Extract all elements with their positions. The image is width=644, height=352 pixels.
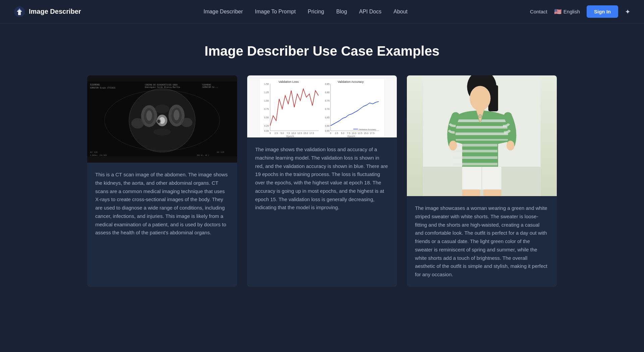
signin-button[interactable]: Sign In <box>587 5 618 18</box>
svg-text:CENTRO DE DIAGNOSTICOS GNSA: CENTRO DE DIAGNOSTICOS GNSA <box>145 83 178 86</box>
svg-text:0.00: 0.00 <box>264 130 269 132</box>
svg-text:1.00: 1.00 <box>264 100 269 102</box>
svg-point-76 <box>479 115 482 118</box>
svg-text:0.85: 0.85 <box>325 83 329 85</box>
svg-point-82 <box>507 141 515 151</box>
svg-text:300 Wl. 40 C: 300 Wl. 40 C <box>197 154 209 156</box>
svg-text:0.70: 0.70 <box>325 108 329 110</box>
svg-text:17.5: 17.5 <box>370 132 374 134</box>
svg-text:7.5: 7.5 <box>286 132 290 134</box>
svg-point-13 <box>146 110 152 121</box>
svg-rect-80 <box>484 190 502 196</box>
svg-text:SIEMENS: SIEMENS <box>203 83 211 86</box>
svg-text:0.60: 0.60 <box>325 125 329 127</box>
svg-text:Dominguez Yerdn Blanca Martha: Dominguez Yerdn Blanca Martha <box>145 86 180 89</box>
svg-point-21 <box>155 105 169 113</box>
svg-point-22 <box>154 128 171 135</box>
svg-text:1.25: 1.25 <box>264 91 269 94</box>
nav-link-blog[interactable]: Blog <box>336 9 347 15</box>
theme-toggle-button[interactable]: ✦ <box>625 8 631 16</box>
language-selector[interactable]: 🇺🇸 English <box>554 8 580 15</box>
svg-text:5.0: 5.0 <box>280 132 284 134</box>
svg-text:7.5: 7.5 <box>347 132 350 134</box>
nav-link-pricing[interactable]: Pricing <box>308 9 324 15</box>
svg-text:1.50: 1.50 <box>264 83 269 85</box>
fashion-image <box>407 75 557 196</box>
svg-point-18 <box>157 120 160 123</box>
svg-text:Validation Accuracy: Validation Accuracy <box>337 80 364 83</box>
nav-link-image-describer[interactable]: Image Describer <box>204 9 243 15</box>
svg-text:0.80: 0.80 <box>325 91 329 94</box>
svg-text:2.5: 2.5 <box>274 132 278 134</box>
svg-text:17.5: 17.5 <box>309 132 314 134</box>
svg-text:15.0: 15.0 <box>303 132 308 134</box>
card-ct-scan-text: This is a CT scan image of the abdomen. … <box>87 163 237 245</box>
card-ml-chart: Validation Loss 1.50 1.25 1.00 0.75 0.50… <box>247 75 397 287</box>
svg-text:0: 0 <box>330 132 331 134</box>
card-ct-scan: SIEMENS SOMATOM Scope CT51631 CENTRO DE … <box>87 75 237 287</box>
svg-text:kV 110: kV 110 <box>217 151 224 153</box>
logo-icon <box>13 6 25 18</box>
svg-text:2.5: 2.5 <box>335 132 338 134</box>
svg-text:0.75: 0.75 <box>264 108 269 110</box>
ml-chart-container: Validation Loss 1.50 1.25 1.00 0.75 0.50… <box>247 75 397 137</box>
svg-text:0: 0 <box>269 132 271 134</box>
contact-link[interactable]: Contact <box>530 9 547 14</box>
ct-scan-image: SIEMENS SOMATOM Scope CT51631 CENTRO DE … <box>87 75 237 163</box>
svg-point-20 <box>181 118 192 127</box>
svg-text:10.0: 10.0 <box>291 132 296 134</box>
svg-rect-79 <box>462 190 480 196</box>
nav-link-image-to-prompt[interactable]: Image To Prompt <box>255 9 296 15</box>
brand-name: Image Describer <box>29 8 81 15</box>
svg-text:12.5: 12.5 <box>297 132 302 134</box>
svg-text:Validation Accuracy: Validation Accuracy <box>359 128 376 130</box>
svg-text:0.50: 0.50 <box>264 116 269 119</box>
main-content: Image Describer Use Case Examples SIEMEN… <box>0 23 644 307</box>
card-fashion: The image showcases a woman wearing a gr… <box>407 75 557 287</box>
svg-point-19 <box>131 118 144 128</box>
svg-text:0.75: 0.75 <box>325 100 329 102</box>
flag-icon: 🇺🇸 <box>554 8 561 15</box>
svg-text:15.0: 15.0 <box>364 132 368 134</box>
svg-text:5.0: 5.0 <box>341 132 344 134</box>
language-label: English <box>564 9 580 14</box>
svg-text:10.0: 10.0 <box>352 132 356 134</box>
svg-point-81 <box>449 141 457 151</box>
nav-brand-group: Image Describer <box>13 6 81 18</box>
svg-text:12.5: 12.5 <box>358 132 362 134</box>
nav-actions: Contact 🇺🇸 English Sign In ✦ <box>530 5 631 18</box>
svg-text:kV 110: kV 110 <box>90 151 98 153</box>
nav-link-about[interactable]: About <box>393 9 408 15</box>
svg-text:SOMATOM Scope CT51631: SOMATOM Scope CT51631 <box>90 86 116 89</box>
svg-text:SOMATOM Sc...: SOMATOM Sc... <box>203 86 218 88</box>
svg-text:0.25: 0.25 <box>264 125 269 127</box>
svg-text:Epoch: Epoch <box>286 135 294 137</box>
svg-text:0.65: 0.65 <box>325 116 329 119</box>
svg-point-16 <box>174 110 179 120</box>
card-fashion-text: The image showcases a woman wearing a gr… <box>407 196 557 287</box>
svg-text:SIEMENS: SIEMENS <box>90 83 100 86</box>
cards-grid: SIEMENS SOMATOM Scope CT51631 CENTRO DE … <box>87 75 557 287</box>
svg-text:Validation Loss: Validation Loss <box>278 80 299 83</box>
svg-point-74 <box>470 86 491 111</box>
svg-text:2.000ms: CSA MPR: 2.000ms: CSA MPR <box>90 154 107 156</box>
svg-text:Epoch: Epoch <box>347 135 355 137</box>
svg-text:0.55: 0.55 <box>325 130 329 132</box>
nav-link-api-docs[interactable]: API Docs <box>359 9 382 15</box>
card-ml-chart-text: The image shows the validation loss and … <box>247 137 397 220</box>
navbar: Image Describer Image Describer Image To… <box>0 0 644 23</box>
page-title: Image Describer Use Case Examples <box>20 44 624 59</box>
nav-links: Image Describer Image To Prompt Pricing … <box>204 9 408 15</box>
